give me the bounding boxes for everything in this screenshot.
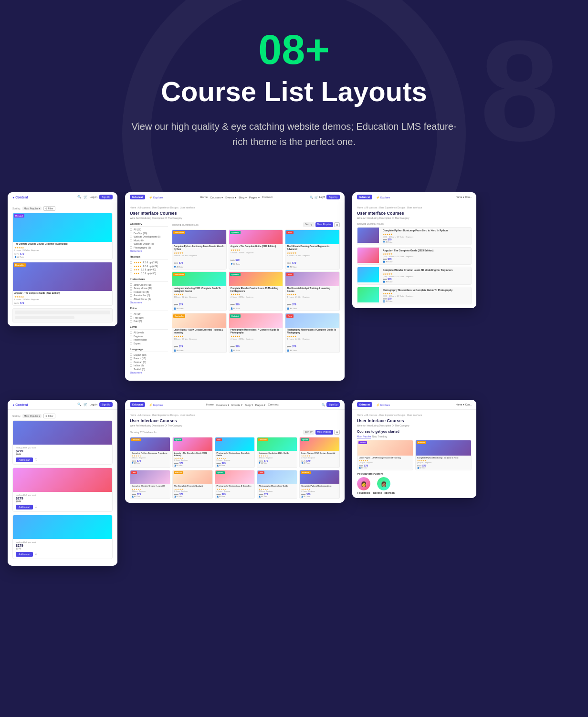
course-grid: Bestseller Complete Python Bootcamp From… bbox=[172, 229, 340, 353]
course-card: Bestseller Instagram Marketing 2021: Com… bbox=[172, 271, 227, 312]
sort-row: Showing 282 total results Sort by Most P… bbox=[172, 222, 340, 227]
getting-started-title: Courses to get you started bbox=[357, 430, 472, 433]
demo-content-rb: Home › All courses › User Experience Des… bbox=[352, 410, 476, 498]
demo-right-top: Educrat ⚡ Explore Home ▾ Cou... Home › A… bbox=[352, 192, 476, 308]
list-item: Complete Blender Creator: Learn 3D Model… bbox=[357, 267, 472, 285]
course-card: Bestseller Instagram Marketing 2021: Gui… bbox=[257, 437, 297, 468]
nav-search-cb[interactable]: 🔍 bbox=[322, 403, 325, 406]
showing-count: Showing 282 total results bbox=[357, 222, 472, 225]
nav-login-lb[interactable]: Log in bbox=[90, 403, 97, 406]
course-card: Unlisted Learn Figma - UI/UX Design Esse… bbox=[357, 440, 413, 470]
course-card: Bestseller Learn Figma - UI/UX Design Es… bbox=[172, 313, 227, 353]
list-item: Bestseller Angular - The Complete Guide … bbox=[12, 262, 113, 306]
course-card: Bestseller Complete Python Bootcamp: Go … bbox=[415, 440, 472, 470]
wishlist-icon-3[interactable]: ♡ bbox=[35, 552, 37, 556]
demo-content-center: Home › All courses › User Experience Des… bbox=[125, 202, 345, 381]
demo-card-center-top: Educrat ⚡ Explore Home Courses ▾ Events … bbox=[125, 192, 345, 381]
nav-signup-cb[interactable]: Sign Up bbox=[326, 402, 340, 407]
course-card: Bestseller Complete Python Bootcamp Zero… bbox=[299, 470, 340, 499]
course-card: New Complete Blender Creator: Learn 3D ★… bbox=[130, 470, 170, 499]
course-card: Updated Photography Masterclass: A Compl… bbox=[229, 313, 284, 353]
mini-nav-right: Educrat ⚡ Explore Home ▾ Cou... bbox=[352, 192, 476, 202]
nav-cart-icon[interactable]: 🛒 bbox=[315, 196, 318, 199]
nav-cart-lb[interactable]: 🛒 bbox=[84, 403, 88, 406]
courses-main: Showing 282 total results Sort by Most P… bbox=[172, 222, 340, 377]
demo-card-left-top: ● Content 🔍 🛒 Log in Sign Up Sort by: Mo… bbox=[8, 192, 117, 326]
list-item-placeholder bbox=[12, 308, 113, 322]
nav-explore[interactable]: ⚡ Explore bbox=[149, 196, 163, 199]
demo-card-right-bottom: Educrat ⚡ Explore Home ▾ Cou... Home › A… bbox=[352, 400, 476, 498]
demo-content-cb: Home › All courses › User Experience Des… bbox=[125, 410, 345, 503]
course-card: Updated Complete Blender Creator: Learn … bbox=[229, 271, 284, 312]
bottom-demos-row: ● Content 🔍 🛒 Log in Sign Up Sort by: Mo… bbox=[0, 400, 588, 594]
demo-card-right-top: Educrat ⚡ Explore Home ▾ Cou... Home › A… bbox=[352, 192, 476, 308]
add-to-cart-btn[interactable]: Add to cart bbox=[16, 457, 33, 462]
show-more-instructors[interactable]: Show more bbox=[130, 301, 168, 304]
most-popular-tab[interactable]: Most Popular bbox=[357, 435, 371, 438]
instructor-name: Floyd Miles bbox=[357, 491, 370, 494]
page-title: User Interface Courses bbox=[130, 211, 340, 216]
nav-logo-lb: ● Content bbox=[12, 403, 28, 406]
mini-nav-rb: Educrat ⚡ Explore Home ▾ Cou... bbox=[352, 400, 476, 410]
breadcrumb: Home › All courses › User Experience Des… bbox=[357, 206, 472, 209]
top-demos-row: ● Content 🔍 🛒 Log in Sign Up Sort by: Mo… bbox=[0, 192, 588, 400]
demo-center-top: Educrat ⚡ Explore Home Courses ▾ Events … bbox=[125, 192, 345, 381]
nav-search-lb[interactable]: 🔍 bbox=[77, 403, 82, 406]
big-number: 08+ bbox=[48, 29, 540, 71]
breadcrumb: Home › All courses › User Experience Des… bbox=[130, 206, 340, 209]
page-title-cb: User Interface Courses bbox=[130, 418, 340, 423]
demo-content: Sort by: Most Popular ▾ ⚙ Filter Unliste… bbox=[8, 202, 117, 326]
course-card: New Photography Masterclass Guide ★★★★★ … bbox=[257, 470, 297, 499]
demo-left-top: ● Content 🔍 🛒 Log in Sign Up Sort by: Mo… bbox=[8, 192, 117, 326]
show-more-lang[interactable]: Show more bbox=[130, 371, 168, 374]
mini-nav-center: Educrat ⚡ Explore Home Courses ▾ Events … bbox=[125, 192, 345, 202]
instructor-row: 👩 Floyd Miles 👩🏽 Darlene Robertson bbox=[357, 477, 472, 494]
course-card: Bestseller The Complete Financial Analys… bbox=[172, 470, 213, 499]
instructors-title: Popular Instructors bbox=[357, 472, 472, 475]
main-layout: Category All (18) DevOps (10) Website De… bbox=[130, 222, 340, 377]
wishlist-icon-2[interactable]: ♡ bbox=[35, 505, 37, 509]
course-card: New Photography Masterclass: Complete Gu… bbox=[215, 437, 255, 468]
nav-icon-cart[interactable]: 🛒 bbox=[84, 195, 88, 199]
show-more[interactable]: Show more bbox=[130, 249, 168, 252]
new-tab[interactable]: New bbox=[372, 435, 377, 438]
course-card: Updated Angular - The Complete Guide (20… bbox=[172, 437, 213, 468]
sidebar-price: Price All (18) Free (10) Paid (5) bbox=[130, 307, 168, 322]
nav-more: Cou... bbox=[465, 196, 472, 198]
nav-signup-lb[interactable]: Sign Up bbox=[99, 402, 113, 407]
nav-login[interactable]: Log!!! bbox=[319, 196, 326, 198]
course-list: Complete Python Bootcamp From Zero to He… bbox=[357, 227, 472, 304]
course-card: New The Ultimate Drawing Course Beginner… bbox=[285, 229, 340, 270]
demo-content-lb: Sort by: Most Popular ▾ ⚙ Filter easily … bbox=[8, 410, 117, 566]
nav-login[interactable]: Log in bbox=[90, 196, 97, 198]
sidebar-level: Level All Levels Beginner Intermediate E… bbox=[130, 325, 168, 345]
wishlist-icon[interactable]: ♡ bbox=[35, 458, 37, 461]
nav-logo: Educrat bbox=[130, 195, 145, 199]
add-to-cart-btn-3[interactable]: Add to cart bbox=[16, 552, 33, 557]
getting-started-grid: Unlisted Learn Figma - UI/UX Design Esse… bbox=[357, 440, 472, 470]
page-title-rb: User Interface Courses bbox=[357, 418, 472, 423]
instructor-card: 👩 Floyd Miles bbox=[357, 477, 370, 494]
nav-links: Home Courses ▾ Events ▾ Blog ▾ Pages ▾ C… bbox=[200, 196, 273, 199]
list-item: Complete Python Bootcamp From Zero to He… bbox=[357, 227, 472, 245]
list-item: Unlisted The Ultimate Drawing Course Beg… bbox=[12, 213, 113, 260]
nav-signup[interactable]: Sign Up bbox=[99, 195, 113, 199]
course-card: New The Financial Analyst Training & Inv… bbox=[285, 271, 340, 312]
instructor-avatar: 👩🏽 bbox=[377, 477, 390, 490]
nav-icon-search[interactable]: 🔍 bbox=[77, 195, 82, 199]
instructor-avatar: 👩 bbox=[357, 477, 370, 490]
page-title: User Interface Courses bbox=[357, 211, 472, 216]
product-card: easily publish your work $279 $375 Add t… bbox=[12, 515, 113, 559]
trending-tab[interactable]: Trending bbox=[378, 435, 387, 438]
hero-description: View our high quality & eye catching web… bbox=[127, 119, 461, 149]
nav-logo: ● Content bbox=[12, 196, 28, 199]
course-card: Updated Angular - The Complete Guide (20… bbox=[229, 229, 284, 270]
list-item: Photography Masterclass: A Complete Guid… bbox=[357, 287, 472, 305]
nav-search-icon[interactable]: 🔍 bbox=[310, 196, 313, 199]
hero-section: 08+ Course List Layouts View our high qu… bbox=[0, 0, 588, 192]
sidebar-category: Category All (18) DevOps (10) Website De… bbox=[130, 222, 168, 252]
sort-row-cb: Showing 282 total results Sort by Most P… bbox=[130, 430, 340, 435]
demo-right-bottom: Educrat ⚡ Explore Home ▾ Cou... Home › A… bbox=[352, 400, 476, 498]
nav-signup[interactable]: Sign Up bbox=[326, 195, 340, 199]
add-to-cart-btn-2[interactable]: Add to cart bbox=[16, 505, 33, 509]
